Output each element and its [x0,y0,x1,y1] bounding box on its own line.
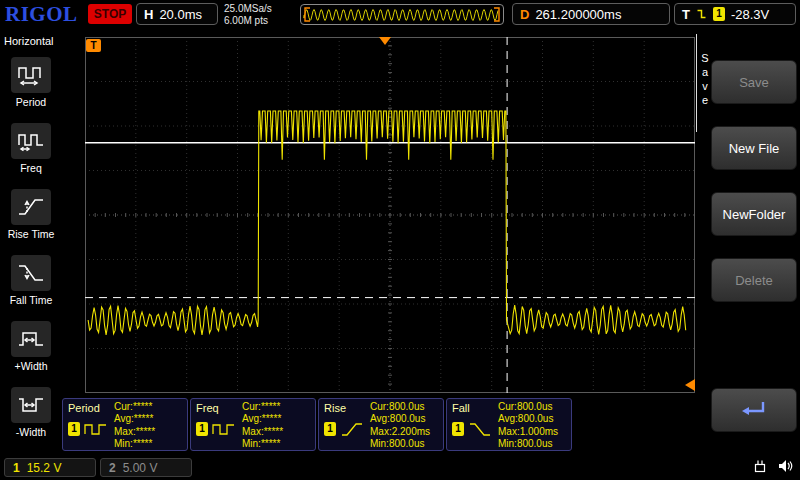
scope-graticule [85,37,695,393]
menu-item-label: Rise Time [0,228,62,240]
rise-time-icon [11,189,51,225]
period-measure-icon [84,422,108,437]
back-button[interactable] [711,388,797,432]
freq-measure-icon [212,422,236,437]
menu-item-label: +Width [0,360,62,372]
save-button[interactable]: Save [711,60,797,104]
plus-width-icon [11,321,51,357]
speaker-icon [778,459,794,473]
menu-item-fall-time[interactable]: Fall Time [0,255,62,306]
freq-icon [11,123,51,159]
delay-value: 261.200000ms [535,7,621,22]
fall-measure-icon [468,422,492,437]
measure-max: Max:2.200ms [370,426,430,438]
measure-avg: Avg:800.0us [498,413,558,425]
measure-avg: Avg:800.0us [370,413,430,425]
measure-cur: Cur:800.0us [370,401,430,413]
measure-cur: Cur:***** [242,401,283,413]
new-file-button-label: New File [729,141,780,156]
channel-2-badge: 2 [109,461,116,475]
trigger-pill[interactable]: T 1 -28.3V [674,3,796,25]
channel-2-scale: 5.00 V [123,461,158,475]
new-folder-button-label: NewFolder [723,207,786,222]
measure-min: Min:800.0us [370,438,430,450]
memory-depth: 6.00M pts [224,15,272,27]
measure-min: Min:800.0us [498,438,558,450]
delay-label: D [520,7,529,22]
waveform-display[interactable]: T [85,37,695,393]
delete-button-label: Delete [735,273,773,288]
channel-2-status[interactable]: 2 5.00 V [100,458,192,477]
new-folder-button[interactable]: NewFolder [711,192,797,236]
measurement-fall[interactable]: Fall 1 Cur:800.0us Avg:800.0us Max:1.000… [446,398,572,451]
rise-measure-icon [340,422,364,437]
delay-pill[interactable]: D 261.200000ms [512,3,670,25]
measurement-bar: Period 1 Cur:***** Avg:***** Max:***** M… [62,398,572,451]
menu-item-label: Freq [0,162,62,174]
channel-1-status[interactable]: 1 15.2 V [4,458,96,477]
measurement-rise[interactable]: Rise 1 Cur:800.0us Avg:800.0us Max:2.200… [318,398,444,451]
trigger-level-value: -28.3V [731,7,769,22]
measure-avg: Avg:***** [114,413,155,425]
measurement-source-badge: 1 [68,422,80,436]
minus-width-icon [11,387,51,423]
delete-button[interactable]: Delete [711,258,797,302]
save-button-label: Save [739,75,769,90]
acquisition-info: 25.0MSa/s 6.00M pts [224,3,272,27]
measurement-title: Fall [452,402,470,414]
menu-item-label: Period [0,96,62,108]
measure-cur: Cur:800.0us [498,401,558,413]
h-label: H [144,7,153,22]
measurement-period[interactable]: Period 1 Cur:***** Avg:***** Max:***** M… [62,398,188,451]
memory-preview-waveform-icon [301,5,503,24]
left-menu-title: Horizontal [0,30,62,47]
measurement-title: Period [68,402,100,414]
rigol-logo: RIGOL [5,2,78,27]
trigger-level-marker[interactable] [685,379,695,391]
right-menu: Save Save New File NewFolder Delete [695,30,800,455]
status-bar: 1 15.2 V 2 5.00 V [0,455,800,480]
menu-item-label: -Width [0,426,62,438]
menu-item-minus-width[interactable]: -Width [0,387,62,438]
trigger-label: T [682,7,690,22]
measure-max: Max:***** [114,426,155,438]
measure-avg: Avg:***** [242,413,283,425]
trigger-source-badge: 1 [713,7,725,21]
measure-max: Max:1.000ms [498,426,558,438]
timebase-value: 20.0ms [159,7,202,22]
menu-item-period[interactable]: Period [0,57,62,108]
return-arrow-icon [740,399,768,421]
measurement-source-badge: 1 [324,422,336,436]
menu-divider [696,34,697,132]
horizontal-timebase-pill[interactable]: H 20.0ms [136,3,218,25]
usb-icon [752,459,768,473]
measure-min: Min:***** [114,438,155,450]
menu-item-freq[interactable]: Freq [0,123,62,174]
measurement-title: Freq [196,402,219,414]
trigger-position-marker[interactable] [379,37,391,45]
measure-min: Min:***** [242,438,283,450]
run-state-badge: STOP [88,4,132,24]
measurement-source-badge: 1 [452,422,464,436]
trigger-slope-icon [696,8,707,20]
menu-item-plus-width[interactable]: +Width [0,321,62,372]
trigger-t-tag: T [86,39,101,52]
measure-cur: Cur:***** [114,401,155,413]
fall-time-icon [11,255,51,291]
new-file-button[interactable]: New File [711,126,797,170]
right-menu-tab: Save [699,52,711,108]
period-icon [11,57,51,93]
measurement-source-badge: 1 [196,422,208,436]
memory-waveform-preview[interactable] [300,4,504,25]
sample-rate: 25.0MSa/s [224,3,272,15]
measurement-freq[interactable]: Freq 1 Cur:***** Avg:***** Max:***** Min… [190,398,316,451]
channel-1-scale: 15.2 V [27,461,62,475]
measurement-title: Rise [324,402,346,414]
top-bar: RIGOL STOP H 20.0ms 25.0MSa/s 6.00M pts … [0,0,800,30]
menu-item-label: Fall Time [0,294,62,306]
measure-max: Max:***** [242,426,283,438]
oscilloscope-screen: RIGOL STOP H 20.0ms 25.0MSa/s 6.00M pts … [0,0,800,480]
channel-1-badge: 1 [13,461,20,475]
menu-item-rise-time[interactable]: Rise Time [0,189,62,240]
left-menu: Horizontal Period Freq [0,30,62,455]
